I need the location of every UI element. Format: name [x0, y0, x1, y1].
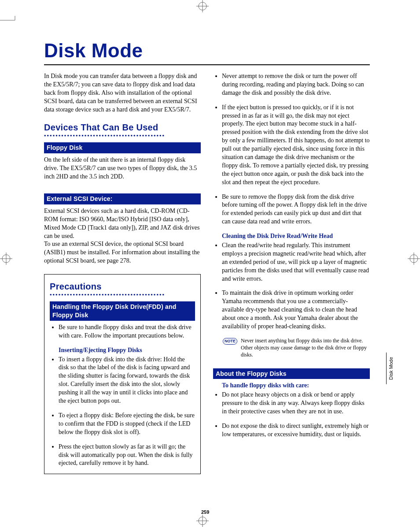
handling-heading: Handling the Floppy Disk Drive(FDD) and … [50, 301, 195, 321]
inserting-list-continued: Never attempt to remove the disk or turn… [213, 72, 370, 226]
list-item: Never attempt to remove the disk or turn… [222, 72, 370, 97]
list-item: To eject a floppy disk: Before ejecting … [59, 412, 195, 437]
crop-mark-left [0, 250, 18, 267]
inserting-list: To insert a floppy disk into the disk dr… [50, 356, 195, 468]
left-column: In Disk mode you can transfer data betwe… [44, 72, 201, 474]
crop-mark-right [402, 250, 420, 267]
handling-list: Be sure to handle floppy disks and treat… [50, 323, 195, 340]
intro-paragraph: In Disk mode you can transfer data betwe… [44, 72, 201, 114]
right-column: Never attempt to remove the disk or turn… [213, 72, 370, 474]
crop-corner-tl [0, 16, 18, 25]
page-title: Disk Mode [44, 40, 370, 62]
note-row: NOTE Never insert anything but floppy di… [223, 337, 370, 359]
title-rule [44, 64, 370, 65]
page-number: 259 [201, 509, 209, 515]
list-item: To insert a floppy disk into the disk dr… [59, 356, 195, 405]
list-item: Be sure to remove the floppy disk from t… [222, 193, 370, 226]
list-item: If the eject button is pressed too quick… [222, 104, 370, 187]
crop-mark-top [194, 0, 211, 18]
list-item: Do not place heavy objects on a disk or … [222, 391, 370, 416]
scsi-heading: External SCSI Device: [44, 193, 201, 204]
about-list: Do not place heavy objects on a disk or … [213, 391, 370, 438]
about-subheading: To handle floppy disks with care: [222, 382, 370, 390]
dot-rule: •••••••••••••••••••••••••••••••••••••••• [50, 293, 195, 297]
precautions-box: Precautions ••••••••••••••••••••••••••••… [44, 274, 201, 474]
cleaning-list: Clean the read/write head regularly. Thi… [213, 241, 370, 331]
list-item: To maintain the disk drive in optimum wo… [222, 289, 370, 330]
scsi-body-1: External SCSI devices such as a hard dis… [44, 207, 201, 241]
floppy-disk-body: On the left side of the unit there is an… [44, 156, 201, 181]
inserting-heading: Inserting/Ejecting Floppy Disks [59, 346, 195, 355]
list-item: Be sure to handle floppy disks and treat… [59, 323, 195, 340]
precautions-heading: Precautions [50, 281, 195, 293]
devices-heading: Devices That Can Be Used [44, 122, 201, 134]
side-tab: Disk Mode [386, 353, 394, 384]
cleaning-heading: Cleaning the Disk Drive Read/Write Head [222, 232, 370, 241]
list-item: Clean the read/write head regularly. Thi… [222, 241, 370, 283]
scsi-body-2: To use an external SCSI device, the opti… [44, 240, 201, 265]
note-text: Never insert anything but floppy disks i… [241, 337, 370, 359]
list-item: Press the eject button slowly as far as … [59, 443, 195, 468]
about-heading: About the Floppy Disks [213, 368, 370, 379]
page-content: Disk Mode In Disk mode you can transfer … [44, 40, 370, 474]
note-icon: NOTE [223, 338, 237, 345]
list-item: Do not expose the disk to direct sunligh… [222, 422, 370, 439]
dot-rule: ••••••••••••••••••••••••••••••••••••••••… [44, 134, 201, 138]
floppy-disk-heading: Floppy Disk [44, 142, 201, 153]
